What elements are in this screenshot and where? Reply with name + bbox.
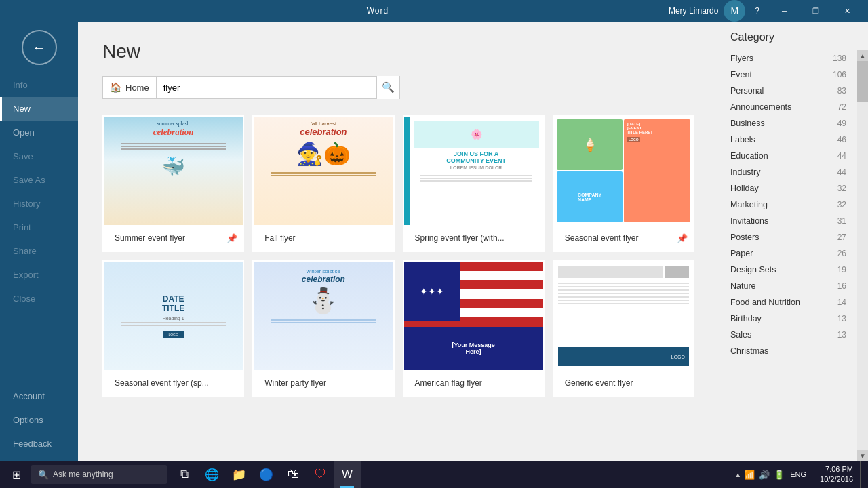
taskbar-app-files[interactable]: 📁: [225, 461, 252, 488]
template-card[interactable]: fall harvest celebration 🧙🎃 Fall flyer: [252, 115, 394, 252]
flyer-preview: LOGO: [554, 262, 693, 370]
close-btn[interactable]: ✕: [831, 0, 863, 22]
category-item-flyers[interactable]: Flyers 138: [719, 50, 857, 66]
flyer-preview: ✦✦✦ [Your MessageHere]: [404, 262, 543, 370]
sidebar-item-options[interactable]: Options: [0, 408, 78, 432]
avatar: M: [724, 0, 745, 22]
category-item-sales[interactable]: Sales 13: [719, 327, 857, 343]
show-desktop-button[interactable]: [860, 461, 865, 488]
sidebar-item-save[interactable]: Save: [0, 144, 78, 168]
category-item-food[interactable]: Food and Nutrition 14: [719, 294, 857, 310]
category-list: Flyers 138 Event 106 Personal 83 Annou: [719, 50, 857, 461]
category-count: 27: [837, 232, 846, 242]
template-card[interactable]: 🍦 [DATE][EVENTTITLE HERE] LOGO COMPANYNA…: [553, 115, 694, 252]
sidebar-item-info[interactable]: Info: [0, 73, 78, 97]
restore-btn[interactable]: ❐: [800, 0, 831, 22]
minimize-btn[interactable]: ─: [769, 0, 800, 22]
template-label: American flag flyer: [410, 374, 488, 392]
taskbar-search[interactable]: 🔍 Ask me anything: [31, 465, 167, 484]
taskbar-app-ie[interactable]: 🔵: [252, 461, 279, 488]
category-item-education[interactable]: Education 44: [719, 148, 857, 164]
scrollbar-track[interactable]: [857, 61, 868, 450]
taskbar-app-edge[interactable]: 🌐: [198, 461, 225, 488]
volume-icon: 🔊: [759, 470, 770, 480]
category-item-nature[interactable]: Nature 16: [719, 278, 857, 294]
search-home-button[interactable]: 🏠 Home: [102, 76, 156, 99]
category-item-business[interactable]: Business 49: [719, 115, 857, 131]
start-button[interactable]: ⊞: [3, 461, 30, 488]
sidebar-item-feedback[interactable]: Feedback: [0, 432, 78, 455]
category-item-design-sets[interactable]: Design Sets 19: [719, 262, 857, 278]
category-name: Announcements: [730, 102, 791, 112]
category-item-labels[interactable]: Labels 46: [719, 131, 857, 148]
template-label: Spring event flyer (with...: [410, 229, 510, 247]
category-item-marketing[interactable]: Marketing 32: [719, 197, 857, 213]
template-label: Fall flyer: [259, 229, 300, 247]
category-name: Industry: [730, 167, 760, 177]
category-item-holiday[interactable]: Holiday 32: [719, 180, 857, 197]
template-card[interactable]: summer splash celebration 🐳: [102, 115, 244, 252]
sidebar-item-new[interactable]: New: [0, 97, 78, 121]
category-item-paper[interactable]: Paper 26: [719, 245, 857, 262]
template-thumbnail: 🍦 [DATE][EVENTTITLE HERE] LOGO COMPANYNA…: [554, 117, 693, 225]
category-count: 14: [837, 298, 846, 307]
sidebar-nav: Info New Open Save Save As History Print…: [0, 73, 78, 310]
category-name: Christmas: [730, 346, 768, 356]
category-item-personal[interactable]: Personal 83: [719, 83, 857, 99]
back-button[interactable]: ←: [22, 30, 57, 65]
category-count: 72: [837, 102, 846, 112]
category-item-event[interactable]: Event 106: [719, 66, 857, 83]
sidebar-item-open[interactable]: Open: [0, 121, 78, 144]
flyer-preview: DATETITLE Heading 1 LOGO: [104, 262, 243, 370]
scroll-down-arrow[interactable]: ▼: [857, 450, 868, 461]
taskbar-app-taskview[interactable]: ⧉: [171, 461, 198, 488]
taskbar-search-text: Ask me anything: [53, 470, 113, 479]
tray-chevron-icon[interactable]: ▲: [734, 471, 741, 479]
templates-grid: summer splash celebration 🐳: [102, 115, 694, 397]
sidebar-item-save-as[interactable]: Save As: [0, 168, 78, 192]
scrollbar-thumb[interactable]: [857, 61, 868, 102]
sidebar-item-history[interactable]: History: [0, 192, 78, 216]
taskbar-app-store[interactable]: 🛍: [279, 461, 307, 488]
category-count: 13: [837, 314, 846, 323]
template-thumbnail: winter solstice celebration ⛄: [254, 262, 393, 370]
category-count: 44: [837, 151, 846, 161]
taskbar-app-word[interactable]: W: [334, 461, 361, 488]
flyer-preview: 🌸 JOIN US FOR ACOMMUNITY EVENTLOREM IPSU…: [404, 117, 543, 225]
help-btn[interactable]: ?: [751, 5, 764, 17]
template-card[interactable]: DATETITLE Heading 1 LOGO: [102, 260, 244, 397]
sidebar-item-export[interactable]: Export: [0, 263, 78, 287]
template-thumbnail: summer splash celebration 🐳: [104, 117, 243, 225]
template-card[interactable]: LOGO Generic event flyer: [553, 260, 694, 397]
pin-icon: 📌: [226, 233, 237, 243]
search-button[interactable]: 🔍: [376, 76, 399, 99]
search-input[interactable]: [157, 77, 376, 98]
category-count: 138: [833, 54, 846, 63]
sidebar: ← Info New Open Save Save As History Pri…: [0, 22, 78, 461]
template-label: Seasonal event flyer: [559, 229, 644, 247]
category-item-posters[interactable]: Posters 27: [719, 229, 857, 245]
category-item-invitations[interactable]: Invitations 31: [719, 213, 857, 229]
category-item-announcements[interactable]: Announcements 72: [719, 99, 857, 115]
category-item-christmas[interactable]: Christmas: [719, 343, 857, 359]
sidebar-item-share[interactable]: Share: [0, 239, 78, 263]
taskbar-app-security[interactable]: 🛡: [307, 461, 334, 488]
category-count: 106: [833, 70, 846, 79]
sidebar-item-close[interactable]: Close: [0, 287, 78, 310]
category-item-birthday[interactable]: Birthday 13: [719, 310, 857, 327]
taskbar-clock[interactable]: 7:06 PM 10/2/2016: [814, 464, 859, 485]
template-card[interactable]: 🌸 JOIN US FOR ACOMMUNITY EVENTLOREM IPSU…: [403, 115, 545, 252]
search-input-wrap: 🔍: [156, 76, 400, 99]
category-name: Business: [730, 119, 765, 128]
tray-icons: 📶 🔊 🔋: [744, 470, 785, 480]
category-name: Invitations: [730, 216, 768, 226]
sidebar-item-account[interactable]: Account: [0, 384, 78, 408]
content-scroll: New 🏠 Home 🔍: [78, 22, 719, 461]
scroll-up-arrow[interactable]: ▲: [857, 50, 868, 61]
template-card[interactable]: winter solstice celebration ⛄ Winter par…: [252, 260, 394, 397]
flyer-preview: fall harvest celebration 🧙🎃: [254, 117, 393, 225]
category-item-industry[interactable]: Industry 44: [719, 164, 857, 180]
sidebar-item-print[interactable]: Print: [0, 216, 78, 239]
template-card[interactable]: ✦✦✦ [Your MessageHere] American flag fly…: [403, 260, 545, 397]
category-name: Sales: [730, 330, 751, 340]
